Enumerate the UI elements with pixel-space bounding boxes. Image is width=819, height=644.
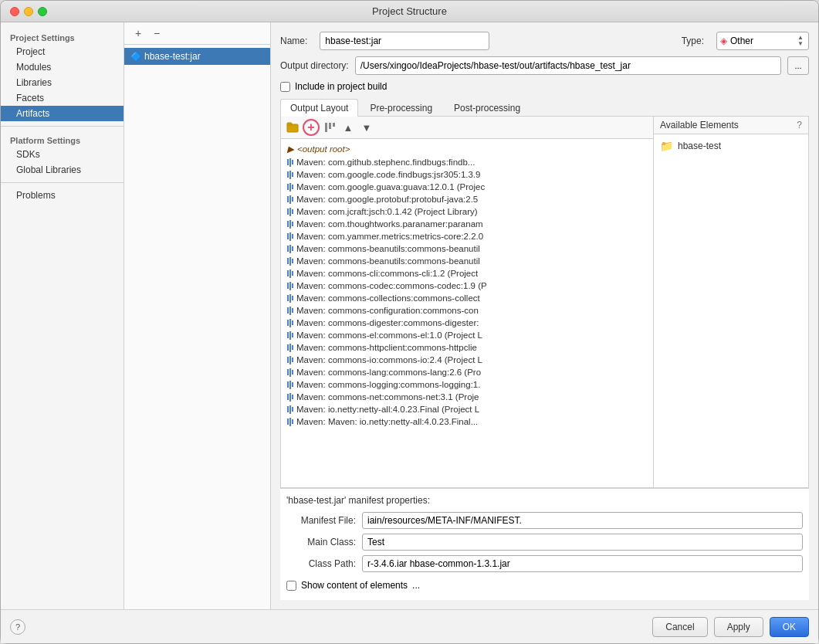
sidebar-item-global-libraries[interactable]: Global Libraries bbox=[1, 162, 124, 178]
tree-item-21[interactable]: Maven: Maven: io.netty:netty-all:4.0.23.… bbox=[281, 415, 653, 428]
tree-item-18[interactable]: Maven: commons-logging:commons-logging:1… bbox=[281, 378, 653, 391]
edit-element-button[interactable] bbox=[321, 119, 338, 136]
tab-post-processing[interactable]: Post-processing bbox=[444, 99, 530, 117]
tree-item-5[interactable]: Maven: com.thoughtworks.paranamer:parana… bbox=[281, 218, 653, 230]
main-class-label: Main Class: bbox=[286, 537, 356, 547]
main-panel: + − 🔷 hbase-test:jar Name: Type: bbox=[124, 22, 818, 609]
show-content-label: Show content of elements bbox=[301, 580, 408, 591]
project-settings-label: Project Settings bbox=[1, 29, 124, 44]
tree-item-20[interactable]: Maven: io.netty:netty-all:4.0.23.Final (… bbox=[281, 403, 653, 415]
svg-rect-4 bbox=[333, 123, 335, 127]
sidebar-item-sdks[interactable]: SDKs bbox=[1, 147, 124, 162]
apply-button[interactable]: Apply bbox=[714, 617, 763, 637]
tree-items: ▶ <output root> Maven: com.github.stephe… bbox=[281, 139, 653, 431]
tree-item-13[interactable]: Maven: commons-digester:commons-digester… bbox=[281, 317, 653, 329]
tree-item-15[interactable]: Maven: commons-httpclient:commons-httpcl… bbox=[281, 341, 653, 354]
maven-icon bbox=[287, 208, 293, 216]
tree-item-11[interactable]: Maven: commons-collections:commons-colle… bbox=[281, 292, 653, 304]
show-content-ellipsis: ... bbox=[412, 580, 420, 591]
available-header: Available Elements ? bbox=[654, 117, 808, 134]
artifact-item-hbase-test-jar[interactable]: 🔷 hbase-test:jar bbox=[124, 48, 270, 65]
class-path-label: Class Path: bbox=[286, 558, 356, 569]
global-help-button[interactable]: ? bbox=[10, 619, 25, 635]
type-label: Type: bbox=[682, 36, 704, 46]
tree-item-14[interactable]: Maven: commons-el:commons-el:1.0 (Projec… bbox=[281, 329, 653, 341]
remove-artifact-button[interactable]: − bbox=[149, 25, 164, 41]
sidebar-item-artifacts[interactable]: Artifacts bbox=[1, 106, 124, 121]
class-path-input[interactable] bbox=[362, 555, 803, 572]
add-artifact-button[interactable]: + bbox=[130, 25, 146, 41]
include-label: Include in project build bbox=[295, 81, 387, 92]
sidebar: Project Settings Project Modules Librari… bbox=[1, 22, 124, 609]
close-button[interactable] bbox=[10, 7, 19, 16]
tree-item-16[interactable]: Maven: commons-io:commons-io:2.4 (Projec… bbox=[281, 354, 653, 366]
output-dir-label: Output directory: bbox=[280, 60, 349, 71]
manifest-file-input[interactable] bbox=[362, 512, 803, 529]
maven-icon bbox=[287, 220, 293, 229]
tree-item-0[interactable]: Maven: com.github.stephenc.findbugs:find… bbox=[281, 156, 653, 168]
browse-button[interactable]: ... bbox=[787, 56, 809, 75]
sidebar-item-problems[interactable]: Problems bbox=[1, 188, 124, 203]
cancel-button[interactable]: Cancel bbox=[652, 617, 707, 637]
tree-item-1[interactable]: Maven: com.google.code.findbugs:jsr305:1… bbox=[281, 168, 653, 181]
sidebar-item-project[interactable]: Project bbox=[1, 44, 124, 59]
maximize-button[interactable] bbox=[38, 7, 47, 16]
tree-item-8[interactable]: Maven: commons-beanutils:commons-beanuti… bbox=[281, 255, 653, 267]
maven-icon bbox=[287, 269, 293, 278]
tree-item-2[interactable]: Maven: com.google.guava:guava:12.0.1 (Pr… bbox=[281, 181, 653, 193]
svg-rect-3 bbox=[329, 123, 331, 129]
move-down-button[interactable]: ▼ bbox=[358, 119, 375, 136]
maven-icon bbox=[287, 405, 293, 414]
available-elements-label: Available Elements bbox=[660, 120, 739, 130]
maven-icon bbox=[287, 356, 293, 364]
tab-output-layout[interactable]: Output Layout bbox=[280, 99, 358, 117]
sidebar-item-facets[interactable]: Facets bbox=[1, 90, 124, 106]
move-up-button[interactable]: ▲ bbox=[340, 119, 357, 136]
ok-button[interactable]: OK bbox=[770, 617, 809, 637]
manifest-file-row: Manifest File: bbox=[286, 512, 803, 529]
tree-item-19[interactable]: Maven: commons-net:commons-net:3.1 (Proj… bbox=[281, 391, 653, 403]
tree-item-12[interactable]: Maven: commons-configuration:commons-con bbox=[281, 304, 653, 317]
type-select[interactable]: ◈ Other ▲ ▼ bbox=[716, 32, 809, 50]
help-icon[interactable]: ? bbox=[797, 120, 802, 130]
select-arrows-icon: ▲ ▼ bbox=[797, 35, 805, 47]
show-content-checkbox[interactable] bbox=[286, 581, 296, 591]
manifest-section: 'hbase-test.jar' manifest properties: Ma… bbox=[280, 488, 809, 600]
sidebar-item-libraries[interactable]: Libraries bbox=[1, 75, 124, 90]
type-value: Other bbox=[730, 36, 753, 46]
tree-item-7[interactable]: Maven: commons-beanutils:commons-beanuti… bbox=[281, 242, 653, 255]
artifact-panel: + − 🔷 hbase-test:jar bbox=[124, 22, 271, 609]
main-class-input[interactable] bbox=[362, 534, 803, 551]
maven-icon bbox=[287, 171, 293, 179]
available-item-hbase-test[interactable]: 📁 hbase-test bbox=[654, 137, 808, 154]
tree-folder-btn[interactable] bbox=[284, 119, 301, 136]
tree-item-3[interactable]: Maven: com.google.protobuf:protobuf-java… bbox=[281, 193, 653, 205]
add-element-button[interactable]: + bbox=[303, 119, 320, 136]
minimize-button[interactable] bbox=[24, 7, 33, 16]
tree-item-17[interactable]: Maven: commons-lang:commons-lang:2.6 (Pr… bbox=[281, 366, 653, 378]
available-items: 📁 hbase-test bbox=[654, 134, 808, 487]
tree-item-4[interactable]: Maven: com.jcraft:jsch:0.1.42 (Project L… bbox=[281, 205, 653, 218]
maven-icon bbox=[287, 158, 293, 167]
bottom-bar: ? Cancel Apply OK bbox=[1, 609, 818, 643]
tree-item-10[interactable]: Maven: commons-codec:commons-codec:1.9 (… bbox=[281, 280, 653, 292]
artifact-toolbar: + − bbox=[124, 22, 270, 45]
tab-pre-processing[interactable]: Pre-processing bbox=[360, 99, 442, 117]
sidebar-item-modules[interactable]: Modules bbox=[1, 59, 124, 75]
bottom-right: Cancel Apply OK bbox=[652, 617, 809, 637]
manifest-title: 'hbase-test.jar' manifest properties: bbox=[286, 495, 803, 506]
main-class-row: Main Class: bbox=[286, 534, 803, 551]
output-root-item[interactable]: ▶ <output root> bbox=[281, 142, 653, 156]
maven-icon bbox=[287, 257, 293, 266]
output-dir-input[interactable] bbox=[355, 56, 781, 75]
bottom-left: ? bbox=[10, 619, 25, 635]
tree-item-9[interactable]: Maven: commons-cli:commons-cli:1.2 (Proj… bbox=[281, 267, 653, 280]
tree-item-6[interactable]: Maven: com.yammer.metrics:metrics-core:2… bbox=[281, 230, 653, 242]
output-toolbar: + ▲ ▼ bbox=[281, 117, 653, 139]
name-input[interactable] bbox=[320, 32, 489, 50]
include-checkbox[interactable] bbox=[280, 82, 290, 92]
maven-icon bbox=[287, 282, 293, 290]
jar-icon: 🔷 bbox=[130, 51, 141, 62]
root-arrow-icon: ▶ bbox=[287, 144, 294, 154]
maven-icon bbox=[287, 183, 293, 192]
